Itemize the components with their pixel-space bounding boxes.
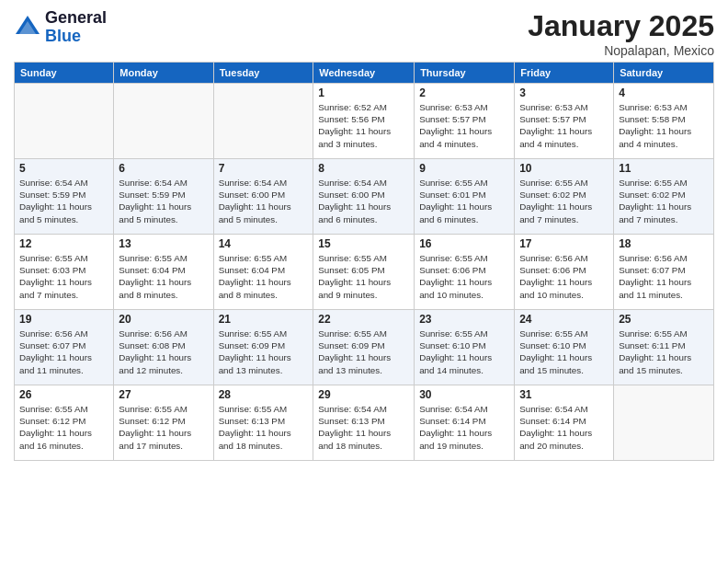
day-number: 20	[119, 313, 208, 326]
table-row: 18Sunrise: 6:56 AM Sunset: 6:07 PM Dayli…	[614, 235, 714, 310]
table-row: 31Sunrise: 6:54 AM Sunset: 6:14 PM Dayli…	[515, 385, 614, 461]
table-row: 22Sunrise: 6:55 AM Sunset: 6:09 PM Dayli…	[313, 310, 415, 385]
logo: General Blue	[14, 9, 107, 46]
day-number: 24	[519, 313, 609, 326]
table-row: 9Sunrise: 6:55 AM Sunset: 6:01 PM Daylig…	[415, 159, 515, 235]
calendar-week-row: 26Sunrise: 6:55 AM Sunset: 6:12 PM Dayli…	[15, 385, 714, 461]
table-row: 15Sunrise: 6:55 AM Sunset: 6:05 PM Dayli…	[313, 235, 415, 310]
col-monday: Monday	[114, 63, 213, 84]
col-wednesday: Wednesday	[313, 63, 415, 84]
day-number: 30	[419, 388, 509, 401]
day-info: Sunrise: 6:52 AM Sunset: 5:56 PM Dayligh…	[318, 101, 409, 150]
calendar-week-row: 5Sunrise: 6:54 AM Sunset: 5:59 PM Daylig…	[15, 159, 714, 235]
table-row: 21Sunrise: 6:55 AM Sunset: 6:09 PM Dayli…	[213, 310, 313, 385]
table-row: 8Sunrise: 6:54 AM Sunset: 6:00 PM Daylig…	[313, 159, 415, 235]
day-number: 25	[619, 313, 709, 326]
table-row: 13Sunrise: 6:55 AM Sunset: 6:04 PM Dayli…	[114, 235, 213, 310]
table-row: 27Sunrise: 6:55 AM Sunset: 6:12 PM Dayli…	[114, 385, 213, 461]
table-row: 3Sunrise: 6:53 AM Sunset: 5:57 PM Daylig…	[515, 84, 614, 159]
day-info: Sunrise: 6:55 AM Sunset: 6:02 PM Dayligh…	[619, 177, 709, 225]
day-number: 23	[419, 313, 509, 326]
table-row	[614, 385, 714, 461]
col-thursday: Thursday	[415, 63, 515, 84]
day-info: Sunrise: 6:55 AM Sunset: 6:01 PM Dayligh…	[419, 177, 509, 225]
day-info: Sunrise: 6:56 AM Sunset: 6:07 PM Dayligh…	[19, 327, 108, 376]
table-row: 26Sunrise: 6:55 AM Sunset: 6:12 PM Dayli…	[15, 385, 114, 461]
day-info: Sunrise: 6:55 AM Sunset: 6:02 PM Dayligh…	[519, 177, 609, 225]
day-number: 15	[318, 237, 409, 250]
day-number: 26	[19, 388, 108, 401]
table-row: 7Sunrise: 6:54 AM Sunset: 6:00 PM Daylig…	[213, 159, 313, 235]
col-saturday: Saturday	[614, 63, 714, 84]
day-info: Sunrise: 6:55 AM Sunset: 6:12 PM Dayligh…	[19, 403, 108, 452]
table-row	[15, 84, 114, 159]
day-number: 1	[318, 86, 409, 99]
header: General Blue January 2025 Nopalapan, Mex…	[14, 9, 714, 58]
day-info: Sunrise: 6:55 AM Sunset: 6:12 PM Dayligh…	[119, 403, 208, 452]
day-number: 18	[619, 237, 709, 250]
day-number: 7	[219, 162, 309, 175]
table-row: 28Sunrise: 6:55 AM Sunset: 6:13 PM Dayli…	[213, 385, 313, 461]
table-row: 19Sunrise: 6:56 AM Sunset: 6:07 PM Dayli…	[15, 310, 114, 385]
subtitle: Nopalapan, Mexico	[528, 43, 714, 58]
table-row: 11Sunrise: 6:55 AM Sunset: 6:02 PM Dayli…	[614, 159, 714, 235]
day-number: 22	[318, 313, 409, 326]
logo-text: General Blue	[45, 9, 107, 46]
title-block: January 2025 Nopalapan, Mexico	[528, 9, 714, 58]
table-row	[114, 84, 213, 159]
table-row: 1Sunrise: 6:52 AM Sunset: 5:56 PM Daylig…	[313, 84, 415, 159]
logo-icon	[14, 14, 41, 41]
day-info: Sunrise: 6:53 AM Sunset: 5:57 PM Dayligh…	[419, 101, 509, 150]
calendar-table: Sunday Monday Tuesday Wednesday Thursday…	[14, 62, 714, 461]
day-number: 16	[419, 237, 509, 250]
day-info: Sunrise: 6:56 AM Sunset: 6:07 PM Dayligh…	[619, 252, 709, 301]
day-info: Sunrise: 6:53 AM Sunset: 5:58 PM Dayligh…	[619, 101, 709, 150]
table-row: 12Sunrise: 6:55 AM Sunset: 6:03 PM Dayli…	[15, 235, 114, 310]
day-number: 12	[19, 237, 108, 250]
day-info: Sunrise: 6:54 AM Sunset: 6:14 PM Dayligh…	[419, 403, 509, 452]
day-number: 27	[119, 388, 208, 401]
calendar-header-row: Sunday Monday Tuesday Wednesday Thursday…	[15, 63, 714, 84]
table-row: 24Sunrise: 6:55 AM Sunset: 6:10 PM Dayli…	[515, 310, 614, 385]
table-row: 29Sunrise: 6:54 AM Sunset: 6:13 PM Dayli…	[313, 385, 415, 461]
day-info: Sunrise: 6:55 AM Sunset: 6:11 PM Dayligh…	[619, 327, 709, 376]
col-tuesday: Tuesday	[213, 63, 313, 84]
table-row: 16Sunrise: 6:55 AM Sunset: 6:06 PM Dayli…	[415, 235, 515, 310]
day-info: Sunrise: 6:55 AM Sunset: 6:04 PM Dayligh…	[119, 252, 208, 301]
day-number: 4	[619, 86, 709, 99]
page-container: General Blue January 2025 Nopalapan, Mex…	[0, 0, 728, 470]
day-info: Sunrise: 6:55 AM Sunset: 6:09 PM Dayligh…	[318, 327, 409, 376]
day-info: Sunrise: 6:54 AM Sunset: 6:13 PM Dayligh…	[318, 403, 409, 452]
table-row: 23Sunrise: 6:55 AM Sunset: 6:10 PM Dayli…	[415, 310, 515, 385]
day-number: 10	[519, 162, 609, 175]
table-row	[213, 84, 313, 159]
day-number: 5	[19, 162, 108, 175]
day-number: 17	[519, 237, 609, 250]
day-info: Sunrise: 6:55 AM Sunset: 6:10 PM Dayligh…	[419, 327, 509, 376]
day-number: 2	[419, 86, 509, 99]
day-info: Sunrise: 6:55 AM Sunset: 6:06 PM Dayligh…	[419, 252, 509, 301]
logo-blue: Blue	[45, 27, 81, 45]
table-row: 14Sunrise: 6:55 AM Sunset: 6:04 PM Dayli…	[213, 235, 313, 310]
day-number: 8	[318, 162, 409, 175]
table-row: 30Sunrise: 6:54 AM Sunset: 6:14 PM Dayli…	[415, 385, 515, 461]
day-info: Sunrise: 6:56 AM Sunset: 6:06 PM Dayligh…	[519, 252, 609, 301]
col-friday: Friday	[515, 63, 614, 84]
col-sunday: Sunday	[15, 63, 114, 84]
day-number: 31	[519, 388, 609, 401]
day-number: 28	[219, 388, 309, 401]
day-info: Sunrise: 6:55 AM Sunset: 6:09 PM Dayligh…	[219, 327, 309, 376]
day-info: Sunrise: 6:55 AM Sunset: 6:13 PM Dayligh…	[219, 403, 309, 452]
table-row: 5Sunrise: 6:54 AM Sunset: 5:59 PM Daylig…	[15, 159, 114, 235]
day-info: Sunrise: 6:55 AM Sunset: 6:05 PM Dayligh…	[318, 252, 409, 301]
day-info: Sunrise: 6:54 AM Sunset: 6:00 PM Dayligh…	[219, 177, 309, 225]
table-row: 20Sunrise: 6:56 AM Sunset: 6:08 PM Dayli…	[114, 310, 213, 385]
day-info: Sunrise: 6:54 AM Sunset: 6:14 PM Dayligh…	[519, 403, 609, 452]
day-number: 19	[19, 313, 108, 326]
day-info: Sunrise: 6:55 AM Sunset: 6:03 PM Dayligh…	[19, 252, 108, 301]
day-info: Sunrise: 6:54 AM Sunset: 5:59 PM Dayligh…	[119, 177, 208, 225]
table-row: 2Sunrise: 6:53 AM Sunset: 5:57 PM Daylig…	[415, 84, 515, 159]
calendar-body: 1Sunrise: 6:52 AM Sunset: 5:56 PM Daylig…	[15, 84, 714, 461]
day-number: 3	[519, 86, 609, 99]
month-title: January 2025	[528, 9, 714, 43]
